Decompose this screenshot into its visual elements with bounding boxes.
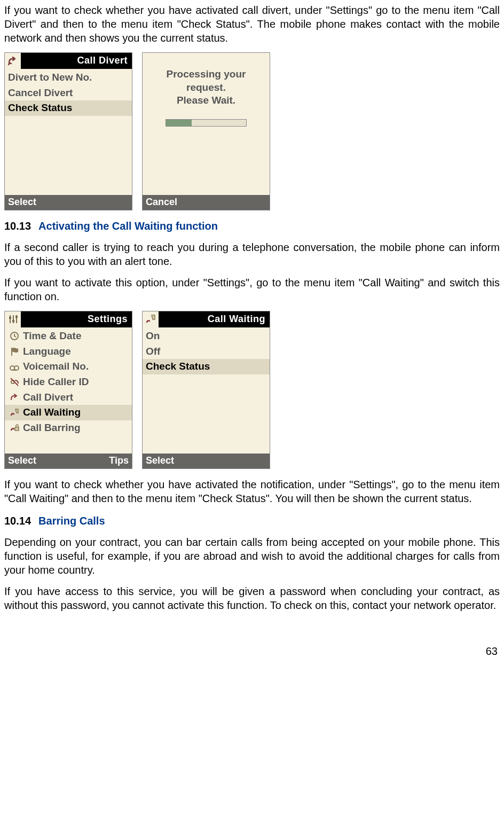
softkey-bar: Select bbox=[143, 453, 270, 468]
softkey-bar: Select bbox=[5, 195, 132, 210]
call-divert-icon bbox=[5, 53, 21, 69]
titlebar-title: Call Divert bbox=[21, 54, 132, 67]
menu-item-label: Call Barring bbox=[23, 421, 81, 435]
hide-caller-icon bbox=[8, 377, 21, 387]
menu-item-label: Language bbox=[23, 345, 71, 358]
section-title: Activating the Call Waiting function bbox=[38, 220, 218, 232]
softkey-select[interactable]: Select bbox=[5, 196, 68, 208]
call-divert-small-icon bbox=[8, 392, 21, 403]
heading-10-13: 10.13Activating the Call Waiting functio… bbox=[4, 219, 500, 233]
menu-item-call-divert[interactable]: Call Divert bbox=[5, 390, 132, 405]
menu-item-label: Voicemail No. bbox=[23, 360, 89, 373]
menu-item-label: Call Waiting bbox=[23, 406, 81, 419]
menu-item-label: Hide Caller ID bbox=[23, 376, 89, 389]
progress-fill bbox=[166, 120, 192, 126]
menu-item-check-status[interactable]: Check Status bbox=[143, 359, 270, 374]
heading-10-14: 10.14Barring Calls bbox=[4, 514, 500, 528]
paragraph-bar-2: If you have access to this service, you … bbox=[4, 584, 500, 612]
phone-screen-call-waiting: Call Waiting On Off Check Status Select bbox=[142, 311, 270, 469]
menu-item-language[interactable]: Language bbox=[5, 344, 132, 359]
paragraph-cw-check: If you want to check whether you have ac… bbox=[4, 478, 500, 505]
processing-line-3: Please Wait. bbox=[177, 94, 235, 107]
softkey-bar: Select Tips bbox=[5, 453, 132, 468]
softkey-select[interactable]: Select bbox=[143, 455, 206, 467]
titlebar: Call Waiting bbox=[143, 311, 270, 327]
menu-body: On Off Check Status bbox=[143, 327, 270, 453]
paragraph-bar-1: Depending on your contract, you can bar … bbox=[4, 535, 500, 577]
menu-item-label: Call Divert bbox=[23, 391, 73, 404]
page-number: 63 bbox=[4, 644, 500, 658]
menu-item-cancel-divert[interactable]: Cancel Divert bbox=[5, 85, 132, 101]
call-waiting-icon bbox=[8, 408, 21, 418]
phone-screen-settings: Settings Time & Date Language Voicemail … bbox=[4, 311, 132, 469]
titlebar-title: Settings bbox=[21, 313, 132, 325]
svg-rect-7 bbox=[15, 427, 19, 431]
flag-icon bbox=[8, 346, 21, 357]
menu-body: Time & Date Language Voicemail No. Hide … bbox=[5, 327, 132, 453]
menu-body: Divert to New No. Cancel Divert Check St… bbox=[5, 69, 132, 195]
svg-point-4 bbox=[10, 366, 14, 370]
menu-item-on[interactable]: On bbox=[143, 329, 270, 344]
menu-item-time-date[interactable]: Time & Date bbox=[5, 329, 132, 344]
screenshot-row-2: Settings Time & Date Language Voicemail … bbox=[4, 311, 500, 469]
processing-body: Processing your request. Please Wait. bbox=[143, 55, 270, 195]
processing-line-2: request. bbox=[186, 81, 226, 95]
section-number: 10.14 bbox=[4, 515, 31, 527]
softkey-bar: Cancel bbox=[143, 195, 270, 210]
processing-line-1: Processing your bbox=[167, 68, 246, 81]
menu-item-off[interactable]: Off bbox=[143, 344, 270, 359]
phone-screen-call-divert: Call Divert Divert to New No. Cancel Div… bbox=[4, 52, 132, 210]
menu-item-call-barring[interactable]: Call Barring bbox=[5, 420, 132, 436]
menu-item-voicemail[interactable]: Voicemail No. bbox=[5, 359, 132, 374]
softkey-tips[interactable]: Tips bbox=[68, 455, 132, 467]
titlebar-title: Call Waiting bbox=[159, 313, 270, 325]
call-barring-icon bbox=[8, 423, 21, 433]
menu-item-label: Time & Date bbox=[23, 330, 81, 343]
screenshot-row-1: Call Divert Divert to New No. Cancel Div… bbox=[4, 52, 500, 210]
menu-item-hide-caller-id[interactable]: Hide Caller ID bbox=[5, 374, 132, 390]
menu-item-check-status[interactable]: Check Status bbox=[5, 100, 132, 116]
menu-item-divert-new-no[interactable]: Divert to New No. bbox=[5, 70, 132, 85]
settings-icon bbox=[5, 311, 21, 327]
softkey-cancel[interactable]: Cancel bbox=[143, 196, 206, 208]
paragraph-cw-2: If you want to activate this option, und… bbox=[4, 276, 500, 303]
titlebar: Call Divert bbox=[5, 53, 132, 69]
softkey-select[interactable]: Select bbox=[5, 455, 68, 467]
svg-rect-1 bbox=[12, 320, 14, 322]
menu-item-call-waiting[interactable]: Call Waiting bbox=[5, 405, 132, 420]
svg-rect-2 bbox=[15, 316, 18, 318]
titlebar: Settings bbox=[5, 311, 132, 327]
section-number: 10.13 bbox=[4, 220, 31, 232]
voicemail-icon bbox=[8, 362, 21, 372]
svg-point-5 bbox=[14, 366, 19, 370]
paragraph-intro: If you want to check whether you have ac… bbox=[4, 3, 500, 45]
svg-rect-0 bbox=[9, 317, 11, 319]
progress-bar bbox=[166, 119, 247, 127]
phone-screen-processing: Processing your request. Please Wait. Ca… bbox=[142, 52, 270, 210]
call-waiting-title-icon bbox=[143, 311, 159, 327]
section-title: Barring Calls bbox=[38, 515, 105, 527]
paragraph-cw-1: If a second caller is trying to reach yo… bbox=[4, 240, 500, 268]
clock-icon bbox=[8, 331, 21, 341]
